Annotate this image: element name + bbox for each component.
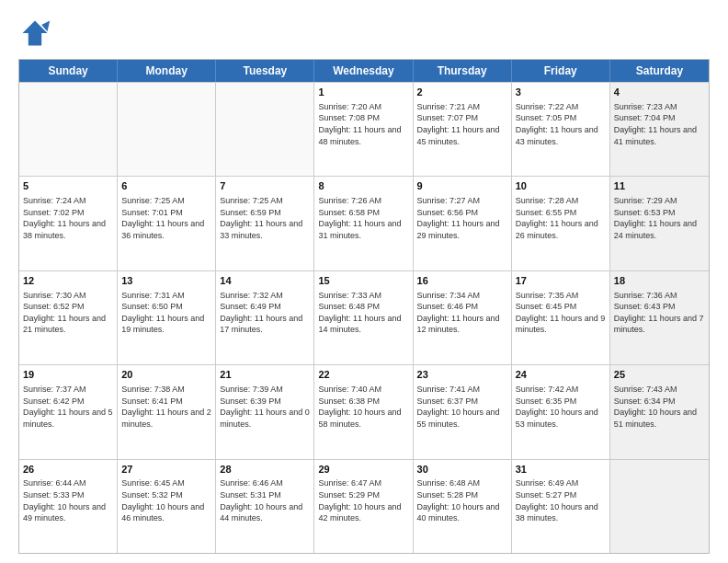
calendar-row-3: 19Sunrise: 7:37 AMSunset: 6:42 PMDayligh… <box>19 364 709 458</box>
day-number: 9 <box>417 179 507 193</box>
calendar-cell-day-29: 29Sunrise: 6:47 AMSunset: 5:29 PMDayligh… <box>314 460 413 553</box>
calendar-row-1: 5Sunrise: 7:24 AMSunset: 7:02 PMDaylight… <box>19 176 709 270</box>
calendar-cell-day-5: 5Sunrise: 7:24 AMSunset: 7:02 PMDaylight… <box>19 177 118 270</box>
cell-info: Sunrise: 7:43 AMSunset: 6:34 PMDaylight:… <box>614 384 705 430</box>
calendar-cell-day-3: 3Sunrise: 7:22 AMSunset: 7:05 PMDaylight… <box>512 83 610 176</box>
day-number: 16 <box>417 274 507 288</box>
cell-info: Sunrise: 7:30 AMSunset: 6:52 PMDaylight:… <box>23 290 113 336</box>
cell-info: Sunrise: 7:24 AMSunset: 7:02 PMDaylight:… <box>23 195 113 241</box>
calendar-cell-empty <box>610 460 709 553</box>
day-number: 5 <box>23 179 113 193</box>
cell-info: Sunrise: 7:25 AMSunset: 7:01 PMDaylight:… <box>121 195 211 241</box>
cell-info: Sunrise: 7:32 AMSunset: 6:49 PMDaylight:… <box>220 290 310 336</box>
day-number: 13 <box>121 274 211 288</box>
cell-info: Sunrise: 7:22 AMSunset: 7:05 PMDaylight:… <box>516 101 606 147</box>
cell-info: Sunrise: 6:47 AMSunset: 5:29 PMDaylight:… <box>318 477 408 523</box>
day-number: 7 <box>220 179 310 193</box>
weekday-header-monday: Monday <box>118 60 216 82</box>
day-number: 3 <box>516 86 606 99</box>
cell-info: Sunrise: 6:48 AMSunset: 5:28 PMDaylight:… <box>417 477 507 523</box>
cell-info: Sunrise: 7:26 AMSunset: 6:58 PMDaylight:… <box>318 195 408 241</box>
calendar-cell-day-20: 20Sunrise: 7:38 AMSunset: 6:41 PMDayligh… <box>118 365 216 458</box>
calendar: SundayMondayTuesdayWednesdayThursdayFrid… <box>18 59 710 554</box>
calendar-cell-day-18: 18Sunrise: 7:36 AMSunset: 6:43 PMDayligh… <box>610 271 709 364</box>
calendar-cell-day-14: 14Sunrise: 7:32 AMSunset: 6:49 PMDayligh… <box>216 271 314 364</box>
cell-info: Sunrise: 7:39 AMSunset: 6:39 PMDaylight:… <box>220 384 310 430</box>
logo-icon <box>18 17 51 50</box>
cell-info: Sunrise: 7:25 AMSunset: 6:59 PMDaylight:… <box>220 195 310 241</box>
calendar-cell-day-11: 11Sunrise: 7:29 AMSunset: 6:53 PMDayligh… <box>610 177 709 270</box>
calendar-cell-day-21: 21Sunrise: 7:39 AMSunset: 6:39 PMDayligh… <box>216 365 314 458</box>
calendar-cell-empty <box>19 83 118 176</box>
calendar-cell-day-22: 22Sunrise: 7:40 AMSunset: 6:38 PMDayligh… <box>314 365 413 458</box>
cell-info: Sunrise: 6:44 AMSunset: 5:33 PMDaylight:… <box>23 477 113 523</box>
day-number: 4 <box>614 86 705 99</box>
cell-info: Sunrise: 7:35 AMSunset: 6:45 PMDaylight:… <box>516 290 606 336</box>
day-number: 24 <box>516 368 606 382</box>
cell-info: Sunrise: 7:23 AMSunset: 7:04 PMDaylight:… <box>614 101 705 147</box>
calendar-cell-day-17: 17Sunrise: 7:35 AMSunset: 6:45 PMDayligh… <box>512 271 610 364</box>
calendar-cell-day-8: 8Sunrise: 7:26 AMSunset: 6:58 PMDaylight… <box>314 177 413 270</box>
calendar-cell-empty <box>118 83 216 176</box>
day-number: 22 <box>318 368 408 382</box>
cell-info: Sunrise: 7:42 AMSunset: 6:35 PMDaylight:… <box>516 384 606 430</box>
day-number: 15 <box>318 274 408 288</box>
day-number: 11 <box>614 179 705 193</box>
calendar-cell-day-31: 31Sunrise: 6:49 AMSunset: 5:27 PMDayligh… <box>512 460 610 553</box>
calendar-cell-day-23: 23Sunrise: 7:41 AMSunset: 6:37 PMDayligh… <box>414 365 512 458</box>
cell-info: Sunrise: 7:29 AMSunset: 6:53 PMDaylight:… <box>614 195 705 241</box>
calendar-cell-day-15: 15Sunrise: 7:33 AMSunset: 6:48 PMDayligh… <box>314 271 413 364</box>
calendar-cell-day-30: 30Sunrise: 6:48 AMSunset: 5:28 PMDayligh… <box>414 460 512 553</box>
day-number: 2 <box>417 86 507 99</box>
day-number: 18 <box>614 274 705 288</box>
day-number: 20 <box>121 368 211 382</box>
cell-info: Sunrise: 7:28 AMSunset: 6:55 PMDaylight:… <box>516 195 606 241</box>
day-number: 27 <box>121 463 211 477</box>
calendar-row-4: 26Sunrise: 6:44 AMSunset: 5:33 PMDayligh… <box>19 459 709 553</box>
logo <box>18 17 55 50</box>
calendar-cell-day-4: 4Sunrise: 7:23 AMSunset: 7:04 PMDaylight… <box>610 83 709 176</box>
cell-info: Sunrise: 7:34 AMSunset: 6:46 PMDaylight:… <box>417 290 507 336</box>
calendar-cell-day-9: 9Sunrise: 7:27 AMSunset: 6:56 PMDaylight… <box>414 177 512 270</box>
weekday-header-thursday: Thursday <box>414 60 512 82</box>
day-number: 8 <box>318 179 408 193</box>
day-number: 17 <box>516 274 606 288</box>
calendar-cell-day-2: 2Sunrise: 7:21 AMSunset: 7:07 PMDaylight… <box>414 83 512 176</box>
cell-info: Sunrise: 7:33 AMSunset: 6:48 PMDaylight:… <box>318 290 408 336</box>
weekday-header-friday: Friday <box>512 60 610 82</box>
day-number: 12 <box>23 274 113 288</box>
weekday-header-tuesday: Tuesday <box>216 60 314 82</box>
cell-info: Sunrise: 7:31 AMSunset: 6:50 PMDaylight:… <box>121 290 211 336</box>
calendar-row-2: 12Sunrise: 7:30 AMSunset: 6:52 PMDayligh… <box>19 270 709 364</box>
calendar-cell-day-12: 12Sunrise: 7:30 AMSunset: 6:52 PMDayligh… <box>19 271 118 364</box>
weekday-header-sunday: Sunday <box>19 60 118 82</box>
day-number: 14 <box>220 274 310 288</box>
page-header <box>18 17 710 50</box>
cell-info: Sunrise: 6:46 AMSunset: 5:31 PMDaylight:… <box>220 477 310 523</box>
calendar-cell-day-16: 16Sunrise: 7:34 AMSunset: 6:46 PMDayligh… <box>414 271 512 364</box>
day-number: 28 <box>220 463 310 477</box>
weekday-header-wednesday: Wednesday <box>314 60 413 82</box>
cell-info: Sunrise: 6:45 AMSunset: 5:32 PMDaylight:… <box>121 477 211 523</box>
day-number: 30 <box>417 463 507 477</box>
day-number: 23 <box>417 368 507 382</box>
cell-info: Sunrise: 7:40 AMSunset: 6:38 PMDaylight:… <box>318 384 408 430</box>
calendar-cell-day-6: 6Sunrise: 7:25 AMSunset: 7:01 PMDaylight… <box>118 177 216 270</box>
cell-info: Sunrise: 7:37 AMSunset: 6:42 PMDaylight:… <box>23 384 113 430</box>
day-number: 29 <box>318 463 408 477</box>
cell-info: Sunrise: 7:41 AMSunset: 6:37 PMDaylight:… <box>417 384 507 430</box>
calendar-cell-day-26: 26Sunrise: 6:44 AMSunset: 5:33 PMDayligh… <box>19 460 118 553</box>
calendar-cell-day-13: 13Sunrise: 7:31 AMSunset: 6:50 PMDayligh… <box>118 271 216 364</box>
calendar-cell-day-28: 28Sunrise: 6:46 AMSunset: 5:31 PMDayligh… <box>216 460 314 553</box>
calendar-cell-empty <box>216 83 314 176</box>
day-number: 31 <box>516 463 606 477</box>
calendar-cell-day-27: 27Sunrise: 6:45 AMSunset: 5:32 PMDayligh… <box>118 460 216 553</box>
day-number: 25 <box>614 368 705 382</box>
calendar-cell-day-19: 19Sunrise: 7:37 AMSunset: 6:42 PMDayligh… <box>19 365 118 458</box>
calendar-cell-day-1: 1Sunrise: 7:20 AMSunset: 7:08 PMDaylight… <box>314 83 413 176</box>
cell-info: Sunrise: 6:49 AMSunset: 5:27 PMDaylight:… <box>516 477 606 523</box>
day-number: 21 <box>220 368 310 382</box>
calendar-cell-day-7: 7Sunrise: 7:25 AMSunset: 6:59 PMDaylight… <box>216 177 314 270</box>
calendar-cell-day-25: 25Sunrise: 7:43 AMSunset: 6:34 PMDayligh… <box>610 365 709 458</box>
day-number: 19 <box>23 368 113 382</box>
